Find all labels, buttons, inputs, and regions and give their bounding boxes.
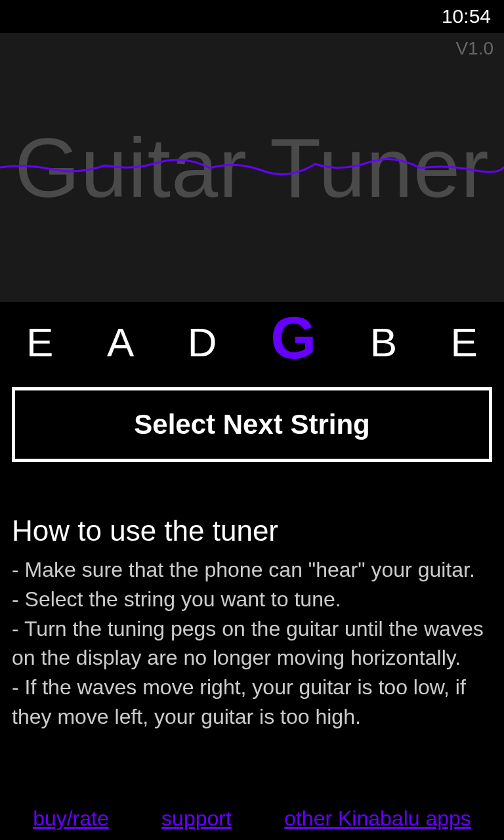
waveform-display: V1.0 Guitar Tuner (0, 33, 504, 302)
instruction-line: - If the waves move right, your guitar i… (12, 673, 492, 732)
instructions-text: - Make sure that the phone can "hear" yo… (12, 555, 492, 732)
support-link[interactable]: support (161, 807, 232, 831)
instruction-line: - Make sure that the phone can "hear" yo… (12, 555, 492, 585)
next-button-container: Select Next String (0, 387, 504, 482)
instructions-section: How to use the tuner - Make sure that th… (0, 482, 504, 795)
instruction-line: - Turn the tuning pegs on the guitar unt… (12, 614, 492, 673)
status-bar: 10:54 (0, 0, 504, 33)
instructions-title: How to use the tuner (12, 514, 492, 547)
other-apps-link[interactable]: other Kinabalu apps (284, 807, 471, 831)
status-time: 10:54 (442, 5, 491, 28)
app-title: Guitar Tuner (14, 119, 489, 216)
string-b[interactable]: B (370, 318, 397, 368)
string-selector: E A D G B E (0, 302, 504, 387)
string-a[interactable]: A (107, 318, 134, 368)
string-d[interactable]: D (188, 318, 217, 368)
version-label: V1.0 (455, 38, 494, 59)
bottom-links: buy/rate support other Kinabalu apps (0, 795, 504, 840)
instruction-line: - Select the string you want to tune. (12, 585, 492, 614)
string-e-high[interactable]: E (451, 318, 478, 368)
string-g[interactable]: G (270, 308, 316, 368)
string-e-low[interactable]: E (26, 318, 53, 368)
select-next-string-button[interactable]: Select Next String (12, 387, 492, 462)
buy-rate-link[interactable]: buy/rate (33, 807, 109, 831)
